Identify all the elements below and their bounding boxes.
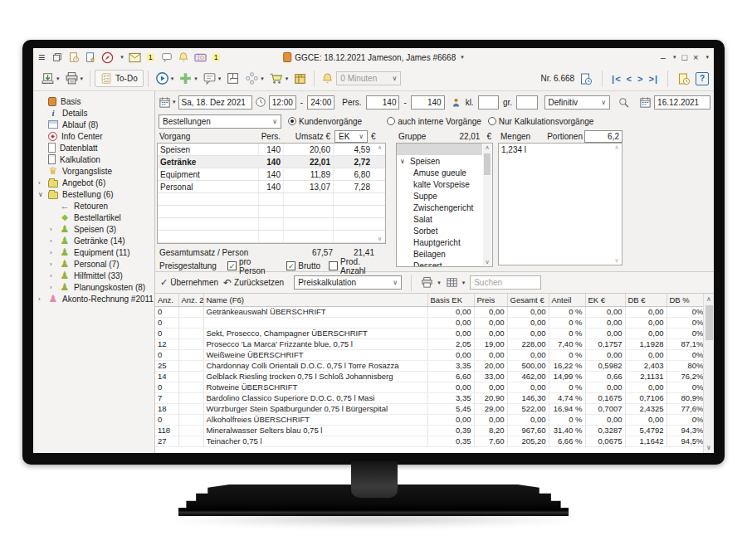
maximize-button[interactable]: □ <box>681 52 687 62</box>
gruppe-item[interactable]: Hauptgericht <box>397 236 482 248</box>
tree-collapse-icon[interactable]: ∨ <box>400 158 410 165</box>
article-row[interactable]: 7 Bardolino Classico Superiore D.O.C. 0,… <box>155 392 703 403</box>
print-dropdown-icon[interactable]: ▾ <box>437 280 441 286</box>
minimize-dropdown-icon[interactable]: ▾ <box>673 54 676 61</box>
cart-dropdown-icon[interactable]: ▾ <box>286 75 289 82</box>
sidebar-item[interactable]: › Planungskosten (8) <box>33 281 154 293</box>
scroll-up-icon[interactable]: ∧ <box>706 295 711 303</box>
mengen-scrollbar[interactable]: ∧ ∨ <box>613 144 621 264</box>
tree-expand-icon[interactable]: › <box>50 249 58 256</box>
sidebar-item[interactable]: › Equipment (11) <box>33 246 154 258</box>
col-anz[interactable]: Anz. <box>155 294 178 306</box>
article-row[interactable]: 118 Mineralwasser Selters blau 0,75 l 0,… <box>155 425 703 436</box>
sidebar-item[interactable]: Basis <box>33 95 154 107</box>
persons-from-field[interactable]: 140 <box>366 95 400 110</box>
radio-interne-vorgaenge[interactable]: auch interne Vorgänge <box>387 117 481 126</box>
scrollbar-thumb[interactable] <box>706 305 713 340</box>
scroll-up-icon[interactable]: ∧ <box>485 144 489 151</box>
vorgang-row[interactable]: Speisen 140 20,60 4,59 <box>158 144 385 156</box>
calendar-picker-button[interactable]: ▾ <box>159 96 176 109</box>
gruppe-empty-selected-row[interactable] <box>397 144 482 155</box>
vorgang-row[interactable]: Getränke 140 22,01 2,72 <box>158 156 385 168</box>
export-dropdown-icon[interactable]: ▾ <box>56 75 60 82</box>
col-db[interactable]: DB € <box>625 294 666 306</box>
tree-expand-icon[interactable]: › <box>38 179 46 187</box>
search-input[interactable] <box>470 275 541 290</box>
article-row[interactable]: 0 0,00 0,00 0,00 0 % 0,00 0,00 <box>155 317 703 328</box>
bell-icon[interactable] <box>178 51 189 63</box>
export-button[interactable]: ▾ <box>41 71 60 85</box>
article-row[interactable]: 25 Chardonnay Colli Orientali D.O.C. 0,7… <box>155 360 703 371</box>
sidebar-item[interactable]: › Angebot (6) <box>33 177 154 188</box>
col-umsatz-header[interactable]: Umsatz € <box>283 129 333 143</box>
layout-dropdown-icon[interactable]: ▾ <box>462 280 466 286</box>
mengen-entry[interactable]: 1,234 l <box>499 144 622 155</box>
gruppe-item[interactable]: Zwischengericht <box>397 202 482 213</box>
pricing-checkbox[interactable]: ✓ Prod. Anzahl <box>329 257 386 275</box>
vorgang-scrollbar[interactable]: ∧ ∨ <box>375 144 384 242</box>
table-print-button[interactable]: ▾ <box>421 276 441 289</box>
status-select[interactable]: Definitiv∨ <box>544 95 611 110</box>
article-row[interactable]: 0 Rotweine ÜBERSCHRIFT 0,00 0,00 0,00 0 … <box>155 382 703 392</box>
reminder-interval-select[interactable]: 0 Minuten∨ <box>336 71 401 85</box>
scrollbar-thumb[interactable] <box>484 153 491 175</box>
calc-mode-select[interactable]: Preiskalkulation∨ <box>294 275 402 290</box>
sidebar-item[interactable]: › Akonto-Rechnung #2011... <box>33 293 154 304</box>
sidebar-item[interactable]: › Hilfmittel (33) <box>33 270 154 281</box>
scroll-down-icon[interactable]: ∨ <box>485 259 489 265</box>
gruppe-item[interactable]: Sorbet <box>397 225 482 236</box>
persons-to-field[interactable]: 140 <box>411 95 445 110</box>
article-row[interactable]: 0 Weißweine ÜBERSCHRIFT 0,00 0,00 0,00 0… <box>155 349 703 360</box>
table-layout-button[interactable]: ▾ <box>446 276 466 289</box>
document-clock-icon[interactable] <box>68 51 80 63</box>
article-row[interactable]: 27 Teinacher 0,75 l 0,35 7,60 205,20 6,6… <box>155 436 703 446</box>
gruppe-item[interactable]: Dessert <box>397 260 482 267</box>
sidebar-item[interactable]: ∨ Bestellung (6) <box>33 188 154 200</box>
start-process-button[interactable]: ▾ <box>155 71 174 85</box>
col-ek[interactable]: EK € <box>585 294 625 306</box>
mail-icon[interactable] <box>129 52 141 63</box>
hamburger-menu-icon[interactable]: ≡ <box>38 51 45 64</box>
sidebar-item[interactable]: Ablauf (8) <box>33 119 154 130</box>
package-button[interactable] <box>293 71 307 85</box>
tree-expand-icon[interactable]: › <box>50 272 58 280</box>
scroll-down-icon[interactable]: ∨ <box>614 257 618 264</box>
participants-dropdown-icon[interactable]: ▾ <box>261 75 264 82</box>
tree-expand-icon[interactable]: › <box>38 295 46 303</box>
vorgang-row[interactable]: Personal 140 13,07 7,28 <box>158 181 385 193</box>
tree-expand-icon[interactable]: › <box>50 284 58 291</box>
sidebar-item[interactable]: Info Center <box>33 130 154 142</box>
comment-dropdown-icon[interactable]: ▾ <box>218 75 222 82</box>
sidebar-item[interactable]: › Speisen (3) <box>33 223 154 235</box>
radio-kundenvorgaenge[interactable]: Kundenvorgänge <box>288 117 362 126</box>
col-anz2[interactable]: Anz. 2 <box>178 294 203 306</box>
comment-button[interactable]: ▾ <box>203 71 222 85</box>
window-restore-icon[interactable] <box>51 51 63 63</box>
article-row[interactable]: 0 Sekt, Prosecco, Champagner ÜBERSCHRIFT… <box>155 328 703 338</box>
gruppe-item[interactable]: Amuse gueule <box>397 167 482 178</box>
tree-expand-icon[interactable]: › <box>50 226 58 233</box>
event-date-field[interactable]: Sa, 18. Dez 2021 <box>178 95 252 110</box>
nav-last-button[interactable]: >| <box>648 74 658 84</box>
sidebar-item[interactable]: Kalkulation <box>33 153 154 165</box>
title-dropdown-icon[interactable]: ▾ <box>461 54 464 61</box>
time-from-field[interactable]: 12:00 <box>269 95 296 110</box>
search-magnifier-icon[interactable] <box>618 96 630 109</box>
floorplan-button[interactable] <box>226 71 240 85</box>
sidebar-item[interactable]: Details <box>33 107 154 119</box>
nav-next-button[interactable]: > <box>637 74 643 84</box>
close-dropdown-icon[interactable]: ▾ <box>706 54 709 61</box>
info-center-compass-icon[interactable] <box>101 51 114 64</box>
col-basis-ek[interactable]: Basis EK <box>427 294 474 306</box>
reset-button[interactable]: ↶ Zurücksetzen <box>223 277 284 289</box>
scroll-down-icon[interactable]: ∨ <box>378 236 382 242</box>
vorgang-row[interactable]: Equipment 140 11,89 6,80 <box>158 168 385 181</box>
print-dropdown-icon[interactable]: ▾ <box>81 75 84 82</box>
participants-button[interactable]: ▾ <box>245 71 264 85</box>
gruppe-item[interactable]: kalte Vorspeise <box>397 178 482 190</box>
add-dropdown-icon[interactable]: ▾ <box>194 75 198 82</box>
pricing-checkbox[interactable]: ✓ Brutto <box>286 257 320 275</box>
add-button[interactable]: ▾ <box>178 71 198 85</box>
article-row[interactable]: 18 Würzburger Stein Spätburgunder 0,75 l… <box>155 403 703 414</box>
kl-field[interactable] <box>478 95 499 110</box>
